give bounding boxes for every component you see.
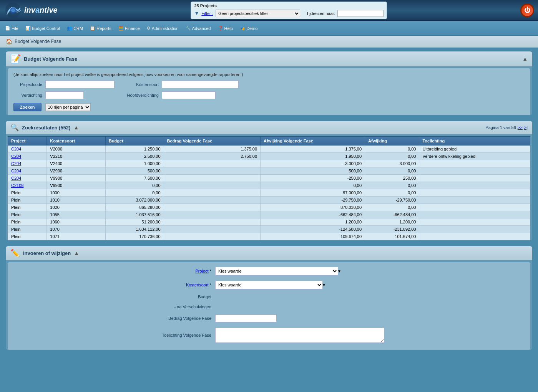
- kostensoort-input[interactable]: [162, 81, 239, 88]
- cell-project[interactable]: C204: [8, 146, 47, 153]
- cell-afwijking: 1.200,00: [365, 218, 419, 226]
- logo-text: invantive: [24, 6, 58, 15]
- cell-budget: 1.250,00: [105, 146, 164, 153]
- cell-afwijking: 0,00: [365, 189, 419, 197]
- cell-project: Plein: [8, 189, 47, 197]
- cell-toelichting: Verdere ontwikkeling gebied: [419, 153, 530, 160]
- budget-field-label: Budget: [154, 294, 215, 299]
- cell-budget: 2.500,00: [105, 153, 164, 160]
- search-panel-collapse[interactable]: ▲: [522, 56, 528, 62]
- search-button[interactable]: Zoeken: [13, 103, 42, 111]
- cell-bedrag: [164, 182, 261, 189]
- enter-title: Invoeren of wijzigen: [23, 250, 71, 256]
- cell-project[interactable]: C204: [8, 175, 47, 182]
- bedrag-input[interactable]: [215, 314, 277, 322]
- pagination-next[interactable]: >>: [518, 125, 523, 130]
- nav-item-administration[interactable]: ⚙ Administration: [144, 24, 182, 32]
- cell-afwijking-vf: 1.375,00: [261, 146, 365, 153]
- crm-icon: 👥: [67, 26, 72, 31]
- nav-item-crm[interactable]: 👥 CRM: [64, 24, 86, 32]
- cell-bedrag: [164, 160, 261, 167]
- time-input[interactable]: [337, 10, 384, 17]
- enter-collapse[interactable]: ▲: [74, 250, 79, 256]
- table-row: Plein 1000 0,00 97.000,00 0,00: [8, 189, 530, 197]
- cell-budget: 1.634.112,00: [105, 226, 164, 233]
- cell-kostensoort: 1055: [47, 211, 106, 218]
- cell-kostensoort: 1071: [47, 233, 106, 240]
- reports-icon: 📋: [90, 26, 95, 31]
- enter-panel-header: ✏️ Invoeren of wijzigen ▲: [6, 246, 532, 260]
- results-collapse[interactable]: ▲: [73, 124, 79, 131]
- top-bar: invantive 25 Projects ▼ Filter : Geen pr…: [0, 0, 538, 21]
- filter-icon: ▼: [194, 10, 199, 16]
- page-info: Pagina 1 van 56: [485, 125, 516, 130]
- filter-link[interactable]: Filter :: [201, 11, 213, 16]
- demo-icon: 🎭: [240, 26, 245, 31]
- cell-bedrag: [164, 218, 261, 226]
- kostensoort-select[interactable]: Kies waarde: [215, 281, 323, 289]
- cell-kostensoort: V2900: [47, 167, 106, 175]
- cell-afwijking-vf: 1.950,00: [261, 153, 365, 160]
- cell-project: Plein: [8, 226, 47, 233]
- nav-item-reports[interactable]: 📋 Reports: [87, 24, 115, 32]
- cell-bedrag: 1.375,00: [164, 146, 261, 153]
- cell-project[interactable]: C204: [8, 153, 47, 160]
- verdichting-input[interactable]: [45, 91, 84, 99]
- col-bedrag: Bedrag Volgende Fase: [164, 137, 261, 146]
- administration-icon: ⚙: [147, 26, 151, 31]
- projectcode-input[interactable]: [45, 81, 115, 88]
- project-select[interactable]: Kies waarde: [215, 267, 338, 275]
- cell-bedrag: [164, 211, 261, 218]
- finance-icon: 🧮: [118, 26, 124, 31]
- col-toelichting: Toelichting: [419, 137, 530, 146]
- cell-kostensoort: 1060: [47, 218, 106, 226]
- cell-kostensoort: V2400: [47, 160, 106, 167]
- cell-budget: 51.200,00: [105, 218, 164, 226]
- logo-icon: [4, 1, 22, 20]
- nav-item-finance[interactable]: 🧮 Finance: [115, 24, 143, 32]
- nav-item-budget-control[interactable]: 📊 Budget Control: [22, 24, 63, 32]
- results-panel-header: 🔍 Zoekresultaten (552) ▲ Pagina 1 van 56…: [6, 121, 532, 134]
- table-row: Plein 1060 51.200,00 1.200,00 1.200,00: [8, 218, 530, 226]
- cell-toelichting: [419, 197, 530, 204]
- cell-afwijking-vf: 0,00: [261, 182, 365, 189]
- power-button[interactable]: ⏻: [520, 3, 534, 17]
- time-label: Tijdreizen naar:: [306, 11, 335, 16]
- kostensoort-dropdown-icon: ▼: [322, 283, 326, 287]
- cell-project: Plein: [8, 204, 47, 211]
- cell-budget: 1.000,00: [105, 160, 164, 167]
- hoofdverdichting-input[interactable]: [162, 91, 216, 99]
- table-row: Plein 1070 1.634.112,00 -124.580,00 -231…: [8, 226, 530, 233]
- cell-afwijking-vf: -124.580,00: [261, 226, 365, 233]
- search-panel: 📝 Budget Volgende Fase ▲ (Je kunt altijd…: [6, 51, 532, 115]
- cell-kostensoort: 1010: [47, 197, 106, 204]
- results-panel: 🔍 Zoekresultaten (552) ▲ Pagina 1 van 56…: [6, 121, 532, 240]
- verdichting-label: Verdichting: [13, 93, 42, 98]
- pagination-last[interactable]: >|: [524, 125, 528, 130]
- cell-afwijking: 0,00: [365, 153, 419, 160]
- cell-bedrag: [164, 167, 261, 175]
- cell-project[interactable]: C204: [8, 160, 47, 167]
- results-icon: 🔍: [10, 123, 19, 132]
- filter-select[interactable]: Geen projectspecifiek filter: [216, 10, 300, 17]
- cell-project[interactable]: C2108: [8, 182, 47, 189]
- cell-budget: 0,00: [105, 189, 164, 197]
- cell-budget: 3.072.000,00: [105, 197, 164, 204]
- rows-per-page-select[interactable]: 10 rijen per pagina 20 rijen per pagina …: [45, 103, 91, 111]
- cell-budget: 7.600,00: [105, 175, 164, 182]
- nav-item-help[interactable]: ❓ Help: [215, 24, 236, 32]
- nav-bar: 📄 File 📊 Budget Control 👥 CRM 📋 Reports …: [0, 21, 538, 36]
- toelichting-textarea[interactable]: [215, 327, 384, 343]
- cell-kostensoort: 1070: [47, 226, 106, 233]
- cell-afwijking: -662.484,00: [365, 211, 419, 218]
- cell-project[interactable]: C204: [8, 167, 47, 175]
- enter-icon: ✏️: [10, 248, 20, 258]
- main-content: 📝 Budget Volgende Fase ▲ (Je kunt altijd…: [0, 48, 538, 359]
- help-icon: ❓: [218, 26, 223, 31]
- nav-item-advanced[interactable]: 🔧 Advanced: [183, 24, 214, 32]
- nav-item-file[interactable]: 📄 File: [2, 24, 22, 32]
- file-icon: 📄: [5, 26, 10, 31]
- cell-bedrag: [164, 226, 261, 233]
- nav-item-demo[interactable]: 🎭 Demo: [237, 24, 261, 32]
- kostensoort-label: Kostensoort: [126, 82, 159, 87]
